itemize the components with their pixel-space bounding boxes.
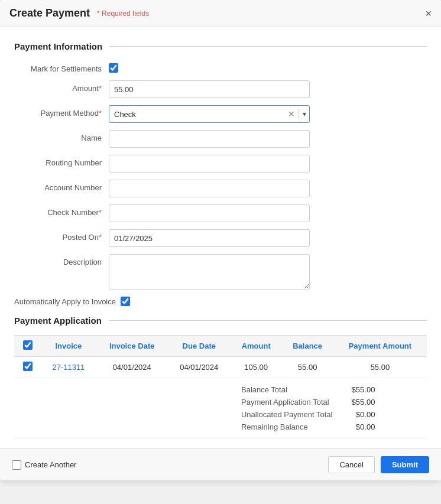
payment-application-title: Payment Application (14, 316, 109, 326)
payment-application-total-label: Payment Application Total (238, 396, 336, 408)
posted-on-label: Posted On* (14, 229, 109, 242)
table-row: 27-11311 04/01/2024 04/01/2024 105.00 55… (14, 357, 427, 378)
create-payment-modal: Create Payment * Required fields × Payme… (0, 0, 441, 480)
modal-title: Create Payment (9, 7, 90, 19)
routing-number-input[interactable] (109, 155, 310, 173)
table-header-due-date: Due Date (168, 336, 231, 357)
remaining-balance-label: Remaining Balance (238, 421, 336, 433)
unallocated-row: Unallocated Payment Total $0.00 (238, 409, 378, 420)
payment-method-select[interactable]: Check Cash Credit Card ACH (109, 105, 310, 123)
totals-table: Balance Total $55.00 Payment Application… (236, 383, 380, 434)
table-header-checkbox-col (14, 336, 41, 357)
payment-table: Invoice Invoice Date Due Date Amount Bal… (14, 335, 427, 439)
routing-number-label: Routing Number (14, 155, 109, 167)
create-another-wrapper: Create Another (12, 460, 76, 470)
row-balance: 55.00 (281, 357, 333, 378)
description-label: Description (14, 254, 109, 266)
payment-method-row: Payment Method* Check Cash Credit Card A… (14, 105, 427, 123)
mark-for-settlements-row: Mark for Settlements (14, 61, 427, 73)
account-number-label: Account Number (14, 180, 109, 192)
row-payment-amount: 55.00 (333, 357, 427, 378)
row-checkbox-cell (14, 357, 41, 378)
auto-apply-label: Automatically Apply to Invoice (14, 297, 116, 306)
payment-method-wrapper: Check Cash Credit Card ACH ✕ ▾ (109, 105, 310, 123)
description-input[interactable] (109, 254, 310, 290)
row-checkbox[interactable] (23, 362, 33, 371)
check-number-input[interactable] (109, 204, 310, 222)
amount-input[interactable] (109, 80, 310, 98)
mark-for-settlements-checkbox[interactable] (109, 63, 118, 73)
name-input[interactable] (109, 130, 310, 148)
table-header-amount: Amount (231, 336, 281, 357)
name-row: Name (14, 130, 427, 148)
balance-total-label: Balance Total (238, 384, 336, 395)
auto-apply-checkbox[interactable] (121, 297, 130, 306)
remaining-balance-value: $0.00 (337, 421, 378, 433)
row-amount: 105.00 (231, 357, 281, 378)
account-number-row: Account Number (14, 180, 427, 197)
routing-number-row: Routing Number (14, 155, 427, 173)
row-invoice: 27-11311 (41, 357, 96, 378)
name-label: Name (14, 130, 109, 142)
mark-for-settlements-label: Mark for Settlements (14, 61, 109, 73)
table-header-invoice-date: Invoice Date (96, 336, 168, 357)
table-header-row: Invoice Invoice Date Due Date Amount Bal… (14, 336, 427, 357)
invoice-link[interactable]: 27-11311 (52, 363, 85, 372)
check-number-label: Check Number* (14, 204, 109, 217)
posted-on-row: Posted On* (14, 229, 427, 247)
submit-button[interactable]: Submit (381, 456, 429, 473)
required-fields-label: * Required fields (97, 9, 149, 18)
payment-info-section-header: Payment Information (14, 41, 427, 51)
section-divider-2 (109, 320, 427, 321)
payment-application-section-header: Payment Application (14, 316, 427, 326)
payment-info-title: Payment Information (14, 41, 109, 51)
table-header-payment-amount: Payment Amount (333, 336, 427, 357)
payment-application-total-row: Payment Application Total $55.00 (238, 396, 378, 408)
amount-row: Amount* (14, 80, 427, 98)
payment-method-label: Payment Method* (14, 105, 109, 118)
balance-total-row: Balance Total $55.00 (238, 384, 378, 395)
row-invoice-date: 04/01/2024 (96, 357, 168, 378)
table-header-balance: Balance (281, 336, 333, 357)
row-due-date: 04/01/2024 (168, 357, 231, 378)
auto-apply-row: Automatically Apply to Invoice (14, 297, 427, 306)
account-number-input[interactable] (109, 180, 310, 197)
balance-total-value: $55.00 (337, 384, 378, 395)
modal-footer: Create Another Cancel Submit (0, 448, 441, 480)
unallocated-value: $0.00 (337, 409, 378, 420)
check-number-row: Check Number* (14, 204, 427, 222)
unallocated-label: Unallocated Payment Total (238, 409, 336, 420)
mark-for-settlements-wrapper (109, 61, 118, 73)
remaining-balance-row: Remaining Balance $0.00 (238, 421, 378, 433)
create-another-label: Create Another (25, 460, 76, 469)
modal-header: Create Payment * Required fields × (0, 0, 441, 27)
totals-row: Balance Total $55.00 Payment Application… (14, 378, 427, 439)
select-all-checkbox[interactable] (23, 340, 33, 350)
close-button[interactable]: × (425, 8, 432, 19)
modal-body: Payment Information Mark for Settlements… (0, 27, 441, 448)
cancel-button[interactable]: Cancel (328, 456, 374, 473)
select-clear-button[interactable]: ✕ (284, 109, 299, 119)
description-row: Description (14, 254, 427, 290)
table-header-invoice: Invoice (41, 336, 96, 357)
create-another-checkbox[interactable] (12, 460, 21, 470)
amount-label: Amount* (14, 80, 109, 93)
payment-application-total-value: $55.00 (337, 396, 378, 408)
section-divider (109, 46, 427, 47)
posted-on-input[interactable] (109, 229, 310, 247)
